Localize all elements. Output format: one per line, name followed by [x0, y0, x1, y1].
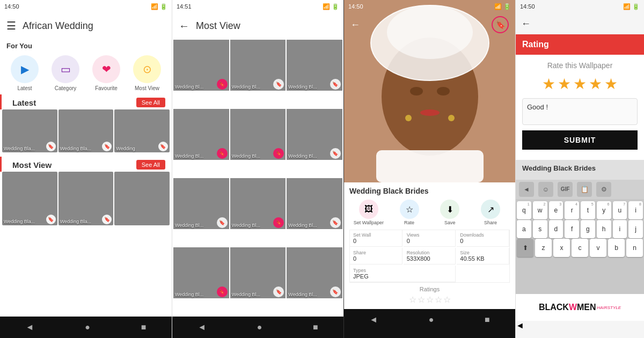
kb-clipboard-icon[interactable]: 📋	[577, 182, 592, 197]
mostview-image-1[interactable]: Wedding Bla... 🔖	[2, 172, 57, 225]
grid-item-6[interactable]: Wedding Bl... 🔖	[287, 109, 342, 160]
key-b[interactable]: b	[608, 239, 625, 257]
back-icon-4[interactable]: ←	[521, 18, 531, 30]
grid-item-2[interactable]: Wedding Bl... 🔖	[230, 40, 286, 91]
key-t[interactable]: t5	[581, 201, 595, 219]
grid-item-5[interactable]: Wedding Bl... 🔖	[230, 109, 286, 160]
key-r[interactable]: r4	[565, 201, 579, 219]
key-a[interactable]: a	[517, 220, 531, 238]
latest-see-all[interactable]: See All	[136, 98, 165, 107]
submit-button[interactable]: SUBMIT	[522, 130, 638, 150]
key-z[interactable]: z	[535, 239, 552, 257]
grid-bookmark-3[interactable]: 🔖	[330, 79, 341, 90]
nav-recent-2[interactable]: ■	[313, 322, 318, 332]
save-btn[interactable]: ⬇ Save	[431, 200, 470, 225]
grid-item-7[interactable]: Wedding Bl... 🔖	[173, 178, 229, 229]
key-s[interactable]: s	[533, 220, 547, 238]
key-f[interactable]: f	[565, 220, 579, 238]
for-you-mostview[interactable]: ⊙ Most View	[129, 55, 165, 91]
nav-home-1[interactable]: ●	[85, 322, 90, 332]
grid-item-11[interactable]: Wedding Bl... 🔖	[230, 247, 286, 298]
latest-image-3[interactable]: Wedding 🔖	[114, 109, 170, 152]
key-g[interactable]: g	[581, 220, 595, 238]
nav-home-2[interactable]: ●	[257, 322, 262, 332]
nav-back-2[interactable]: ◄	[197, 322, 206, 332]
bookmark-icon-2[interactable]: 🔖	[102, 142, 112, 151]
for-you-latest[interactable]: ▶ Latest	[6, 55, 43, 91]
bookmark-icon-5[interactable]: 🔖	[102, 215, 112, 224]
share-btn[interactable]: ↗ Share	[471, 200, 510, 225]
nav-home-3[interactable]: ●	[429, 315, 434, 325]
kb-settings-icon[interactable]: ⚙	[596, 182, 611, 197]
rating-star-1[interactable]: ☆	[409, 295, 416, 305]
grid-item-10[interactable]: Wedding Bl... 🔖	[173, 247, 229, 298]
grid-item-1[interactable]: Wedding Bl... 🔖	[173, 40, 229, 91]
grid-item-9[interactable]: Wedding Bl... 🔖	[287, 178, 342, 229]
kb-back-icon[interactable]: ◄	[519, 182, 534, 197]
rating-star-4[interactable]: ☆	[435, 295, 442, 305]
grid-item-4[interactable]: Wedding Bl... 🔖	[173, 109, 229, 160]
back-arrow-2[interactable]: ←	[179, 20, 189, 32]
grid-item-12[interactable]: Wedding Bl... 🔖	[287, 247, 342, 298]
latest-image-1[interactable]: Wedding Bla... 🔖	[2, 109, 57, 152]
kb-emoji-icon[interactable]: ☺	[538, 182, 553, 197]
kb-gif-icon[interactable]: GIF	[558, 182, 573, 197]
latest-image-2[interactable]: Wedding Bla... 🔖	[58, 109, 114, 152]
mostview-image-3[interactable]	[114, 172, 170, 225]
rate-star-3[interactable]: ★	[573, 75, 587, 93]
rate-star-2[interactable]: ★	[558, 75, 571, 93]
key-n[interactable]: n	[626, 239, 643, 257]
grid-bookmark-7[interactable]: 🔖	[217, 217, 228, 228]
nav-back-3[interactable]: ◄	[369, 315, 378, 325]
back-icon-3[interactable]: ←	[350, 19, 360, 31]
rate-star-4[interactable]: ★	[589, 75, 602, 93]
rating-star-2[interactable]: ☆	[418, 295, 425, 305]
rating-star-5[interactable]: ☆	[443, 295, 451, 305]
bookmark-icon-1[interactable]: 🔖	[46, 142, 56, 151]
rate-star-1[interactable]: ★	[542, 75, 555, 93]
nav-back-4[interactable]: ◄	[516, 321, 524, 330]
grid-bookmark-1[interactable]: 🔖	[217, 79, 228, 90]
key-x[interactable]: x	[553, 239, 570, 257]
mostview-see-all[interactable]: See All	[136, 160, 165, 170]
key-q[interactable]: q1	[517, 201, 531, 219]
grid-item-3[interactable]: Wedding Bl... 🔖	[287, 40, 342, 91]
rate-btn[interactable]: ☆ Rate	[390, 200, 429, 225]
hamburger-icon[interactable]: ☰	[6, 19, 16, 32]
key-d[interactable]: d	[549, 220, 564, 238]
grid-bookmark-4[interactable]: 🔖	[217, 148, 228, 159]
nav-recent-1[interactable]: ■	[141, 322, 147, 332]
nav-back-1[interactable]: ◄	[25, 322, 34, 332]
for-you-favourite[interactable]: ❤ Favourite	[88, 55, 125, 91]
key-shift[interactable]: ⬆	[517, 239, 533, 257]
grid-bookmark-5[interactable]: 🔖	[273, 148, 284, 159]
rating-star-3[interactable]: ☆	[426, 295, 434, 305]
key-i[interactable]: i8	[628, 201, 643, 219]
nav-recent-3[interactable]: ■	[485, 315, 490, 325]
grid-bookmark-10[interactable]: 🔖	[217, 286, 228, 297]
key-h[interactable]: h	[597, 220, 611, 238]
key-c[interactable]: c	[572, 239, 588, 257]
key-y[interactable]: y6	[597, 201, 611, 219]
for-you-category[interactable]: ▭ Category	[47, 55, 84, 91]
grid-bookmark-11[interactable]: 🔖	[273, 286, 284, 297]
bookmark-icon-3[interactable]: 🔖	[158, 142, 168, 151]
key-e[interactable]: e3	[549, 201, 564, 219]
bookmark-icon-4[interactable]: 🔖	[46, 215, 56, 224]
grid-bookmark-9[interactable]: 🔖	[330, 217, 341, 228]
key-j[interactable]: j	[628, 220, 643, 238]
key-v[interactable]: v	[590, 239, 606, 257]
mostview-image-2[interactable]: Wedding Bla... 🔖	[58, 172, 114, 225]
key-i2[interactable]: i	[613, 220, 627, 238]
rate-star-5[interactable]: ★	[604, 75, 618, 93]
key-u[interactable]: u7	[613, 201, 627, 219]
set-wallpaper-btn[interactable]: 🖼 Set Wallpaper	[349, 200, 388, 225]
grid-bookmark-2[interactable]: 🔖	[273, 79, 284, 90]
grid-bookmark-12[interactable]: 🔖	[330, 286, 341, 297]
key-w[interactable]: w2	[533, 201, 547, 219]
grid-bookmark-6[interactable]: 🔖	[330, 148, 341, 159]
grid-item-8[interactable]: Wedding Bl... 🔖	[230, 178, 286, 229]
grid-bookmark-8[interactable]: 🔖	[273, 217, 284, 228]
detail-bookmark[interactable]: 🔖	[492, 16, 509, 33]
rating-text-input[interactable]: Good !	[522, 98, 638, 125]
